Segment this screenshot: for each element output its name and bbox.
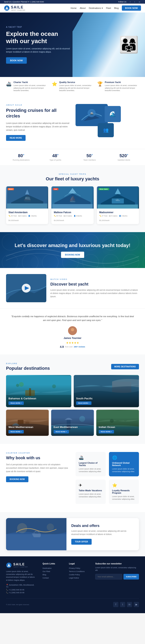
- stat-destinations-label: Running destinations: [6, 159, 36, 161]
- footer-logo-sub: YACHT CHARTER: [13, 566, 28, 568]
- why-label: CHARTER CHARTER: [6, 452, 70, 454]
- why-vacations-title: Tailor-Made Vacations: [79, 489, 102, 492]
- premium-icon: 🏆: [97, 82, 103, 87]
- nav-fleet[interactable]: Fleet: [106, 7, 111, 9]
- top-bar-contact: Send Us a Question Planned ✈ 1 (266) 549…: [4, 1, 44, 3]
- dest-indian-btn[interactable]: READ MORE +: [99, 430, 114, 434]
- dest-bahamas-btn[interactable]: READ MORE +: [8, 402, 24, 405]
- yacht-maltese-berths: 👤 8 Berths: [74, 215, 82, 217]
- nav-destinations[interactable]: Destinations ▾: [89, 7, 103, 10]
- nav-blog[interactable]: Blog: [114, 7, 118, 9]
- footer-social-links: f t in ▶: [113, 602, 139, 607]
- footer-link-privacy[interactable]: Privacy Policy: [69, 567, 89, 569]
- destinations-section: EXPLORE Popular destinations MORE DESTIN…: [0, 354, 145, 444]
- svg-text:🛳: 🛳: [31, 528, 41, 540]
- footer-link-legal[interactable]: Legal Notice: [69, 577, 89, 579]
- footer-bottom: © 2023 Saile. All rights reserved. f t i…: [6, 598, 139, 607]
- top-bar-social-ig[interactable]: in: [139, 1, 140, 3]
- deals-description: Lorem ipsum dolor sit amet, consectetur …: [71, 530, 134, 536]
- deals-image: 🛳: [6, 518, 66, 550]
- rating-number: 4.9: [60, 345, 64, 348]
- footer-phone-1: 📞 +1 (266) 549-30-95: [6, 589, 36, 591]
- about-small-image-1: 🌊: [105, 106, 121, 122]
- dest-west-med-btn[interactable]: READ MORE +: [8, 430, 24, 434]
- nav-about[interactable]: About: [80, 7, 86, 9]
- stat-clients: 520+ Satisfied clients: [109, 153, 139, 161]
- social-twitter[interactable]: t: [120, 602, 125, 607]
- footer-quick-links: Quick Links Destination Our Fleet Blog C…: [42, 562, 63, 595]
- feature-quality-title: Quality Service: [59, 81, 94, 84]
- svg-point-18: [30, 256, 42, 268]
- social-youtube[interactable]: ▶: [134, 602, 139, 607]
- rating-reviews: 290+ reviews: [74, 346, 85, 348]
- social-instagram[interactable]: in: [127, 602, 132, 607]
- footer-logo-col: SAILE YACHT CHARTER Lorem ipsum dolor si…: [6, 562, 36, 595]
- destinations-title: Popular destinations: [6, 366, 50, 371]
- yacht-maltese-image: Sale ⛵: [51, 186, 94, 208]
- footer-legal: Legal Privacy Policy Terms & Conditions …: [69, 562, 89, 595]
- newsletter-email-input[interactable]: [95, 574, 122, 580]
- hero-title: Explore the ocean with our yacht: [6, 30, 70, 45]
- yacht-madsummer-badge: Motor Sailor: [98, 188, 109, 190]
- footer-link-cookies[interactable]: Cookie Policy: [69, 574, 89, 576]
- footer-logo-text: SAILE: [13, 562, 28, 566]
- dest-east-med-btn[interactable]: READ MORE +: [54, 430, 69, 434]
- hero-content: A YACHT TRIP Explore the ocean with our …: [0, 18, 76, 72]
- why-loyalty-title: Loyalty Rewards Program: [112, 489, 136, 494]
- dest-indian-name: Indian Ocean: [99, 426, 115, 428]
- why-left: CHARTER CHARTER Why book with us Sed ut …: [6, 452, 70, 504]
- destination-west-med: West Mediterranean READ MORE +: [6, 410, 49, 436]
- footer-link-blog[interactable]: Blog: [42, 574, 63, 576]
- about-label: ABOUT SAILE: [6, 104, 70, 106]
- why-section: CHARTER CHARTER Why book with us Sed ut …: [0, 444, 145, 512]
- yacht-madsummer-size: 📏 47' Feet: [99, 215, 108, 217]
- yacht-maltese-price: $4,800/week: [54, 218, 91, 222]
- cta-book-btn[interactable]: BOOKING NOW: [61, 252, 84, 258]
- why-card-loyalty: ⭐ Loyalty Rewards Program Lorem ipsum do…: [109, 480, 139, 504]
- dest-west-med-image: West Mediterranean READ MORE +: [6, 410, 49, 436]
- more-destinations-btn[interactable]: MORE DESTINATIONS: [111, 364, 139, 369]
- top-bar-social-fb[interactable]: f: [130, 1, 130, 3]
- dest-pacific-btn[interactable]: READ MORE +: [76, 402, 92, 405]
- svg-text:🚢: 🚢: [23, 195, 31, 202]
- why-yachts-title: Largest Choice of Yachts: [79, 462, 102, 466]
- footer-address: 📍 Somewhere Hills, Brocklewood, TX: [6, 584, 36, 588]
- footer-link-contact[interactable]: Contact: [42, 577, 63, 579]
- nav-home[interactable]: Home: [71, 7, 76, 9]
- feature-charter: 🚢 Charter Yacht Lorem ipsum dolor sit am…: [6, 81, 48, 92]
- testimonial-quote: "Exquisite cordially me happiness of neg…: [10, 314, 135, 322]
- footer-newsletter: Subscribe our newsletter Lorem ipsum dol…: [95, 562, 139, 595]
- why-loyalty-icon: ⭐: [112, 483, 136, 488]
- main-nav: SAILE YACHT CHARTER Home About Destinati…: [0, 4, 145, 12]
- footer-link-fleet[interactable]: Our Fleet: [42, 570, 63, 572]
- nav-links: Home About Destinations ▾ Fleet Blog BOO…: [71, 6, 141, 11]
- dest-bahamas-label: Bahamas & Caribbean READ MORE +: [8, 397, 36, 405]
- newsletter-submit-btn[interactable]: SUBSCRIBE: [124, 574, 139, 580]
- footer-link-terms[interactable]: Terms & Conditions: [69, 570, 89, 572]
- about-read-more-btn[interactable]: READ MORE: [6, 135, 26, 141]
- nav-book-btn[interactable]: BOOK NOW: [122, 6, 141, 11]
- svg-text:🛥: 🛥: [115, 196, 120, 202]
- video-thumbnail[interactable]: [6, 274, 46, 302]
- top-bar: Send Us a Question Planned ✈ 1 (266) 549…: [0, 0, 145, 4]
- hero-cta-button[interactable]: BOOK NOW: [6, 57, 27, 64]
- yacht-maltese-name: Maltese Falcon: [54, 211, 91, 214]
- deals-title: Deals and offers: [71, 524, 134, 528]
- why-card-network: 🌐 Unbiased Global Network Lorem ipsum do…: [109, 452, 139, 476]
- svg-text:👥: 👥: [103, 127, 109, 133]
- dest-pacific-image: South Pacific READ MORE +: [74, 375, 139, 407]
- logo: SAILE YACHT CHARTER: [4, 5, 26, 11]
- top-bar-social-tw[interactable]: t: [134, 1, 135, 3]
- yacht-maltese-specs: 📏 65' Feet 🛏 8 Cabins 👤 8 Berths: [54, 215, 91, 217]
- newsletter-form: SUBSCRIBE: [95, 574, 139, 580]
- svg-point-47: [17, 523, 27, 533]
- about-left: ABOUT SAILE Providing cruises for all ci…: [6, 104, 70, 141]
- social-facebook[interactable]: f: [113, 602, 118, 607]
- footer-link-destination[interactable]: Destination: [42, 567, 63, 569]
- yacht-stad-cabins: 🛏 6 Cabins: [18, 215, 27, 217]
- deals-cta-btn[interactable]: TOUR OFFER: [71, 539, 92, 545]
- svg-rect-9: [7, 204, 47, 208]
- about-main-image: 🚢: [76, 104, 108, 126]
- why-cta-btn[interactable]: BOOKING NOW: [6, 476, 28, 482]
- why-network-title: Unbiased Global Network: [112, 462, 136, 466]
